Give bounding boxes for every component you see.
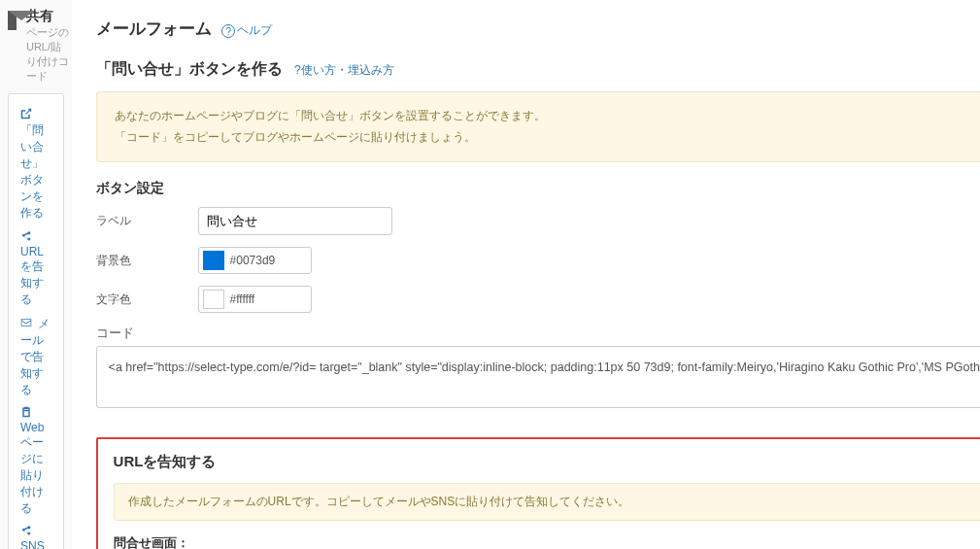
sidebar-link-paste-web[interactable]: Webページに貼り付ける	[20, 402, 51, 521]
button-settings-heading: ボタン設定	[96, 180, 652, 197]
sidebar-header: 共有 ページのURL/貼り付けコード	[8, 8, 72, 84]
code-box[interactable]: <a href="https://select-type.com/e/?id= …	[96, 346, 980, 408]
sidebar: 共有 ページのURL/貼り付けコード 「問い合せ」ボタンを作る URLを告知する…	[0, 0, 72, 549]
sidebar-link-label: 「問い合せ」ボタンを作る	[20, 123, 44, 220]
sidebar-link-label: URLを告知する	[20, 245, 44, 306]
envelope-icon	[8, 11, 17, 30]
row-label: ラベル	[96, 207, 980, 235]
color-value: #0073d9	[230, 254, 276, 267]
info-line: 「コード」をコピーしてブログやホームページに貼り付けましょう。	[115, 127, 980, 149]
preview-heading: プレビュー	[652, 180, 980, 197]
share-icon	[20, 525, 34, 539]
form-label: 文字色	[96, 292, 198, 308]
sidebar-link-box: 「問い合せ」ボタンを作る URLを告知する メールで告知する Webページに貼り…	[8, 93, 64, 549]
color-value: #ffffff	[230, 292, 255, 306]
label-input[interactable]	[198, 207, 392, 235]
page-title: メールフォーム ?ヘルプ	[96, 17, 980, 40]
usage-link[interactable]: ?使い方・埋込み方	[294, 63, 394, 77]
sidebar-link-label: Webページに貼り付ける	[20, 421, 44, 515]
panel-title: URLを告知する	[114, 453, 980, 471]
color-swatch	[203, 290, 224, 309]
sidebar-link-announce-sns[interactable]: SNSで告知する	[20, 521, 51, 549]
sidebar-subtitle: ページのURL/貼り付けコード	[26, 25, 72, 84]
paste-icon	[20, 406, 34, 421]
question-icon: ?	[221, 24, 235, 38]
envelope-icon	[20, 317, 34, 331]
share-icon	[20, 230, 34, 245]
info-box: あなたのホームページやブログに「問い合せ」ボタンを設置することができます。 「コ…	[96, 91, 980, 162]
bgcolor-input[interactable]: #0073d9	[198, 247, 312, 274]
url-announce-panel: URLを告知する 作成したメールフォームのURLです。コピーしてメールやSNSに…	[96, 437, 980, 549]
color-swatch	[203, 251, 224, 270]
question-icon: ?	[294, 63, 301, 77]
external-link-icon	[20, 108, 34, 122]
sidebar-link-label: SNSで告知する	[20, 539, 45, 549]
sidebar-link-announce-url[interactable]: URLを告知する	[20, 225, 51, 311]
info-line: あなたのホームページやブログに「問い合せ」ボタンを設置することができます。	[115, 106, 980, 127]
row-bgcolor: 背景色 #0073d9	[96, 247, 980, 274]
panel-info: 作成したメールフォームのURLです。コピーしてメールやSNSに貼り付けて告知して…	[114, 483, 980, 521]
panel-label: 問合せ画面：	[114, 534, 980, 549]
fgcolor-input[interactable]: #ffffff	[198, 286, 312, 313]
section-title: 「問い合せ」ボタンを作る ?使い方・埋込み方	[96, 59, 980, 80]
form-label: ラベル	[96, 213, 198, 229]
main-content: メールフォーム ?ヘルプ 「問い合せ」ボタンを作る ?使い方・埋込み方 あなたの…	[72, 0, 980, 549]
code-label: コード	[96, 325, 980, 342]
sidebar-link-announce-mail[interactable]: メールで告知する	[20, 312, 51, 402]
sidebar-link-contact-button[interactable]: 「問い合せ」ボタンを作る	[20, 104, 51, 225]
row-fgcolor: 文字色 #ffffff	[96, 286, 980, 313]
help-link[interactable]: ?ヘルプ	[221, 23, 272, 37]
form-label: 背景色	[96, 253, 198, 269]
